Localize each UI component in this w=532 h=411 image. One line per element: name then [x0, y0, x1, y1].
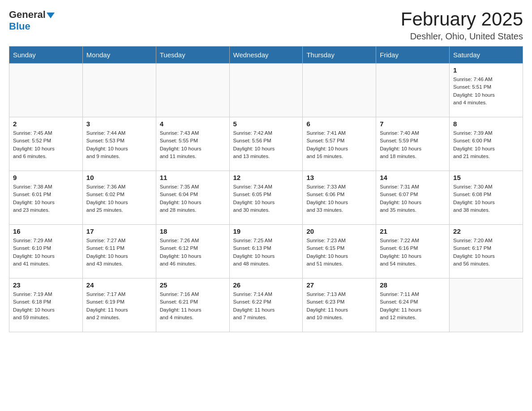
- calendar-cell: 24Sunrise: 7:17 AM Sunset: 6:19 PM Dayli…: [82, 278, 156, 332]
- day-number: 21: [380, 227, 446, 235]
- calendar-cell: 12Sunrise: 7:34 AM Sunset: 6:05 PM Dayli…: [229, 171, 303, 225]
- day-info: Sunrise: 7:29 AM Sunset: 6:10 PM Dayligh…: [13, 237, 79, 268]
- day-info: Sunrise: 7:23 AM Sunset: 6:15 PM Dayligh…: [306, 237, 372, 268]
- calendar-cell: 15Sunrise: 7:30 AM Sunset: 6:08 PM Dayli…: [450, 171, 523, 225]
- day-number: 24: [86, 281, 152, 289]
- calendar-cell: 13Sunrise: 7:33 AM Sunset: 6:06 PM Dayli…: [303, 171, 376, 225]
- day-number: 13: [306, 174, 372, 181]
- day-info: Sunrise: 7:41 AM Sunset: 5:57 PM Dayligh…: [306, 129, 372, 160]
- calendar-cell: 21Sunrise: 7:22 AM Sunset: 6:16 PM Dayli…: [376, 225, 450, 278]
- day-number: 2: [13, 120, 79, 128]
- day-number: 1: [453, 66, 519, 74]
- day-info: Sunrise: 7:25 AM Sunset: 6:13 PM Dayligh…: [233, 237, 299, 268]
- calendar-cell: 26Sunrise: 7:14 AM Sunset: 6:22 PM Dayli…: [229, 278, 303, 332]
- calendar-cell: 28Sunrise: 7:11 AM Sunset: 6:24 PM Dayli…: [376, 278, 450, 332]
- day-number: 27: [306, 281, 372, 289]
- day-info: Sunrise: 7:38 AM Sunset: 6:01 PM Dayligh…: [13, 183, 79, 214]
- calendar-cell: 7Sunrise: 7:40 AM Sunset: 5:59 PM Daylig…: [376, 117, 450, 171]
- day-number: 8: [453, 120, 519, 128]
- calendar-week-row: 9Sunrise: 7:38 AM Sunset: 6:01 PM Daylig…: [9, 171, 523, 225]
- calendar-cell: 20Sunrise: 7:23 AM Sunset: 6:15 PM Dayli…: [303, 225, 376, 278]
- day-number: 25: [160, 281, 226, 289]
- calendar-header-wednesday: Wednesday: [229, 47, 303, 64]
- logo: General Blue: [9, 9, 55, 32]
- title-section: February 2025 Deshler, Ohio, United Stat…: [401, 9, 523, 42]
- day-number: 20: [306, 227, 372, 235]
- day-number: 22: [453, 227, 519, 235]
- day-info: Sunrise: 7:14 AM Sunset: 6:22 PM Dayligh…: [233, 291, 299, 321]
- day-info: Sunrise: 7:40 AM Sunset: 5:59 PM Dayligh…: [380, 129, 446, 160]
- calendar-header-friday: Friday: [376, 47, 450, 64]
- day-info: Sunrise: 7:22 AM Sunset: 6:16 PM Dayligh…: [380, 237, 446, 268]
- logo-blue-text: Blue: [9, 21, 30, 32]
- day-number: 17: [86, 227, 152, 235]
- calendar-cell: [303, 64, 376, 117]
- calendar-cell: 3Sunrise: 7:44 AM Sunset: 5:53 PM Daylig…: [82, 117, 156, 171]
- logo-general-text: General: [9, 9, 46, 21]
- calendar-cell: 19Sunrise: 7:25 AM Sunset: 6:13 PM Dayli…: [229, 225, 303, 278]
- calendar-week-row: 16Sunrise: 7:29 AM Sunset: 6:10 PM Dayli…: [9, 225, 523, 278]
- calendar-cell: [376, 64, 450, 117]
- calendar-header-thursday: Thursday: [303, 47, 376, 64]
- calendar-cell: [156, 64, 229, 117]
- day-info: Sunrise: 7:43 AM Sunset: 5:55 PM Dayligh…: [160, 129, 226, 160]
- day-number: 15: [453, 174, 519, 181]
- month-title: February 2025: [401, 9, 523, 30]
- day-info: Sunrise: 7:31 AM Sunset: 6:07 PM Dayligh…: [380, 183, 446, 214]
- day-number: 16: [13, 227, 79, 235]
- calendar-cell: 22Sunrise: 7:20 AM Sunset: 6:17 PM Dayli…: [450, 225, 523, 278]
- day-info: Sunrise: 7:11 AM Sunset: 6:24 PM Dayligh…: [380, 291, 446, 321]
- day-number: 26: [233, 281, 299, 289]
- calendar-cell: 4Sunrise: 7:43 AM Sunset: 5:55 PM Daylig…: [156, 117, 229, 171]
- calendar-week-row: 1Sunrise: 7:46 AM Sunset: 5:51 PM Daylig…: [9, 64, 523, 117]
- day-number: 7: [380, 120, 446, 128]
- day-info: Sunrise: 7:19 AM Sunset: 6:18 PM Dayligh…: [13, 291, 79, 321]
- calendar-header-saturday: Saturday: [450, 47, 523, 64]
- day-info: Sunrise: 7:33 AM Sunset: 6:06 PM Dayligh…: [306, 183, 372, 214]
- calendar-cell: 18Sunrise: 7:26 AM Sunset: 6:12 PM Dayli…: [156, 225, 229, 278]
- day-number: 12: [233, 174, 299, 181]
- calendar-cell: 5Sunrise: 7:42 AM Sunset: 5:56 PM Daylig…: [229, 117, 303, 171]
- day-info: Sunrise: 7:35 AM Sunset: 6:04 PM Dayligh…: [160, 183, 226, 214]
- day-info: Sunrise: 7:13 AM Sunset: 6:23 PM Dayligh…: [306, 291, 372, 321]
- day-info: Sunrise: 7:36 AM Sunset: 6:02 PM Dayligh…: [86, 183, 152, 214]
- day-number: 18: [160, 227, 226, 235]
- calendar-cell: 23Sunrise: 7:19 AM Sunset: 6:18 PM Dayli…: [9, 278, 83, 332]
- day-number: 19: [233, 227, 299, 235]
- day-info: Sunrise: 7:44 AM Sunset: 5:53 PM Dayligh…: [86, 129, 152, 160]
- day-info: Sunrise: 7:27 AM Sunset: 6:11 PM Dayligh…: [86, 237, 152, 268]
- calendar-week-row: 23Sunrise: 7:19 AM Sunset: 6:18 PM Dayli…: [9, 278, 523, 332]
- day-number: 10: [86, 174, 152, 181]
- calendar-cell: [229, 64, 303, 117]
- logo-triangle-icon: [47, 13, 55, 18]
- day-info: Sunrise: 7:46 AM Sunset: 5:51 PM Dayligh…: [453, 76, 519, 107]
- calendar-cell: 27Sunrise: 7:13 AM Sunset: 6:23 PM Dayli…: [303, 278, 376, 332]
- day-number: 14: [380, 174, 446, 181]
- calendar-cell: 14Sunrise: 7:31 AM Sunset: 6:07 PM Dayli…: [376, 171, 450, 225]
- day-number: 11: [160, 174, 226, 181]
- calendar-cell: 17Sunrise: 7:27 AM Sunset: 6:11 PM Dayli…: [82, 225, 156, 278]
- day-info: Sunrise: 7:16 AM Sunset: 6:21 PM Dayligh…: [160, 291, 226, 321]
- calendar-cell: 10Sunrise: 7:36 AM Sunset: 6:02 PM Dayli…: [82, 171, 156, 225]
- day-info: Sunrise: 7:30 AM Sunset: 6:08 PM Dayligh…: [453, 183, 519, 214]
- day-number: 6: [306, 120, 372, 128]
- day-number: 28: [380, 281, 446, 289]
- calendar-header-sunday: Sunday: [9, 47, 83, 64]
- day-info: Sunrise: 7:39 AM Sunset: 6:00 PM Dayligh…: [453, 129, 519, 160]
- calendar-cell: 6Sunrise: 7:41 AM Sunset: 5:57 PM Daylig…: [303, 117, 376, 171]
- day-info: Sunrise: 7:45 AM Sunset: 5:52 PM Dayligh…: [13, 129, 79, 160]
- day-number: 3: [86, 120, 152, 128]
- day-info: Sunrise: 7:26 AM Sunset: 6:12 PM Dayligh…: [160, 237, 226, 268]
- location-label: Deshler, Ohio, United States: [401, 31, 523, 42]
- calendar-cell: 11Sunrise: 7:35 AM Sunset: 6:04 PM Dayli…: [156, 171, 229, 225]
- calendar-cell: 25Sunrise: 7:16 AM Sunset: 6:21 PM Dayli…: [156, 278, 229, 332]
- page-header: General Blue February 2025 Deshler, Ohio…: [9, 9, 523, 42]
- calendar-cell: [450, 278, 523, 332]
- calendar-cell: 8Sunrise: 7:39 AM Sunset: 6:00 PM Daylig…: [450, 117, 523, 171]
- calendar-cell: [82, 64, 156, 117]
- calendar-cell: [9, 64, 83, 117]
- calendar-week-row: 2Sunrise: 7:45 AM Sunset: 5:52 PM Daylig…: [9, 117, 523, 171]
- calendar-cell: 16Sunrise: 7:29 AM Sunset: 6:10 PM Dayli…: [9, 225, 83, 278]
- calendar-cell: 2Sunrise: 7:45 AM Sunset: 5:52 PM Daylig…: [9, 117, 83, 171]
- calendar-header-tuesday: Tuesday: [156, 47, 229, 64]
